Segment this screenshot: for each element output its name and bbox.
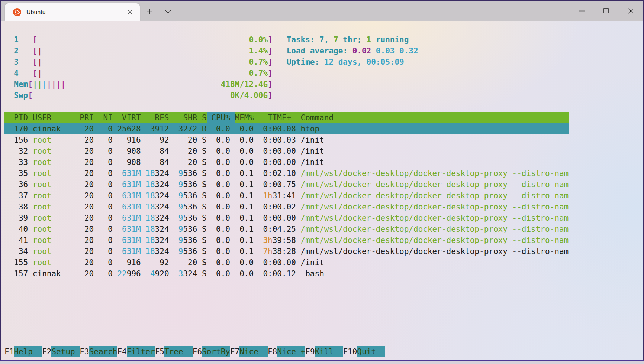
- process-row-pid-36[interactable]: 36 root 20 0 631M 18324 9536 S 0.0 0.1 0…: [4, 179, 643, 190]
- text-segment: root: [33, 146, 52, 157]
- text-segment: root: [33, 212, 52, 224]
- process-row-pid-41[interactable]: 41 root 20 0 631M 18324 9536 S 0.0 0.1 3…: [4, 235, 643, 246]
- text-segment: F5: [155, 346, 164, 357]
- text-segment: 9: [178, 168, 183, 179]
- chevron-down-icon: [165, 10, 171, 13]
- text-segment: 324: [155, 190, 178, 201]
- process-row-pid-33[interactable]: 33 root 20 0 908 84 20 S 0.0 0.0 0:00.00…: [4, 157, 643, 168]
- text-segment: 324: [155, 235, 178, 246]
- text-segment: root: [33, 257, 52, 268]
- process-row-pid-155[interactable]: 155 root 20 0 916 92 20 S 0.0 0.0 0:00.0…: [4, 257, 643, 268]
- text-segment: 324: [155, 224, 178, 235]
- text-segment: 39:58: [273, 235, 301, 246]
- meter-cpu-1: 1 [ 0.0%] Tasks: 7, 7 thr; 1 running: [4, 34, 643, 45]
- text-segment: 20 0: [51, 168, 117, 179]
- tab-close-icon[interactable]: [124, 7, 135, 18]
- title-bar: Ubuntu: [1, 1, 643, 21]
- text-segment: 536 S 0.0 0.1 0:00.02: [183, 201, 300, 212]
- text-segment: 36: [4, 179, 33, 190]
- text-segment: 9: [178, 224, 183, 235]
- fkey-label[interactable]: Help: [14, 346, 42, 357]
- meter-cpu-4: 4 [| 0.7%]: [4, 68, 643, 79]
- text-segment: F8: [268, 346, 277, 357]
- text-segment: 536 S 0.0 0.1: [183, 190, 258, 201]
- process-row-pid-34[interactable]: 34 root 20 0 631M 18324 9536 S 0.0 0.1 7…: [4, 246, 643, 257]
- text-segment: 20 0: [51, 235, 117, 246]
- text-segment: 1.4%: [42, 45, 268, 56]
- text-segment: 20 0: [51, 201, 117, 212]
- fkey-label[interactable]: Setup: [51, 346, 80, 357]
- text-segment: 3h: [258, 235, 273, 246]
- text-segment: ||||: [47, 79, 66, 90]
- text-segment: |: [38, 56, 42, 68]
- text-segment: 38:28 /mnt/wsl/docker-desktop/docker-des…: [273, 246, 569, 257]
- fkey-label[interactable]: Quit: [357, 346, 385, 357]
- terminal-blank-line: [4, 313, 643, 324]
- fkey-label[interactable]: Nice +: [277, 346, 305, 357]
- text-segment: ]: [268, 34, 273, 45]
- terminal-blank-line: [4, 279, 643, 290]
- tab-dropdown-button[interactable]: [162, 5, 174, 18]
- process-row-pid-38[interactable]: 38 root 20 0 631M 18324 9536 S 0.0 0.1 0…: [4, 201, 643, 212]
- text-segment: |: [42, 79, 47, 90]
- text-segment: |: [38, 45, 42, 56]
- text-segment: Swp: [4, 90, 28, 101]
- text-segment: 9: [178, 190, 183, 201]
- process-row-pid-37[interactable]: 37 root 20 0 631M 18324 9536 S 0.0 0.1 1…: [4, 190, 643, 201]
- text-segment: root: [33, 224, 52, 235]
- meter-memory: Mem[||||||| 418M/12.4G]: [4, 79, 643, 90]
- process-row-pid-156[interactable]: 156 root 20 0 916 92 20 S 0.0 0.0 0:00.0…: [4, 134, 643, 146]
- text-segment: |: [38, 68, 42, 79]
- fkey-label[interactable]: Kill: [315, 346, 343, 357]
- process-row-pid-35[interactable]: 35 root 20 0 631M 18324 9536 S 0.0 0.1 0…: [4, 168, 643, 179]
- terminal-blank-line: [4, 324, 643, 335]
- new-tab-button[interactable]: [143, 5, 156, 18]
- text-segment: 631M 18: [117, 201, 155, 212]
- window-close-button[interactable]: [618, 1, 643, 21]
- text-segment: 324: [155, 212, 178, 224]
- process-table-header[interactable]: PID USER PRI NI VIRT RES SHR S CPU% MEM%…: [4, 112, 569, 123]
- process-row-pid-39[interactable]: 39 root 20 0 631M 18324 9536 S 0.0 0.1 0…: [4, 212, 643, 224]
- process-row-pid-157[interactable]: 157 cinnak 20 0 22996 4920 3324 S 0.0 0.…: [4, 268, 643, 279]
- plus-icon: [147, 9, 152, 14]
- fkey-label[interactable]: SortBy: [202, 346, 230, 357]
- text-segment: Mem: [4, 79, 28, 90]
- text-segment: 324: [155, 168, 178, 179]
- text-segment: /mnt/wsl/docker-desktop/docker-desktop-p…: [301, 168, 569, 179]
- text-segment: 20 0 908 84 20 S 0.0 0.0 0:00.00 /init: [51, 157, 324, 168]
- process-row-pid-170-selected[interactable]: 170 cinnak 20 0 25628 3912 3272 R 0.0 0.…: [4, 123, 569, 134]
- text-segment: 31:41: [273, 190, 301, 201]
- text-segment: 4: [4, 68, 33, 79]
- minimize-button[interactable]: [569, 1, 594, 21]
- process-row-pid-40[interactable]: 40 root 20 0 631M 18324 9536 S 0.0 0.1 0…: [4, 224, 643, 235]
- text-segment: F10: [343, 346, 357, 357]
- process-row-pid-32[interactable]: 32 root 20 0 908 84 20 S 0.0 0.0 0:00.00…: [4, 146, 643, 157]
- terminal-blank-line: [4, 335, 643, 346]
- terminal-screen[interactable]: 1 [ 0.0%] Tasks: 7, 7 thr; 1 running 2 […: [1, 21, 643, 360]
- text-segment: root: [33, 235, 52, 246]
- text-segment: 22: [117, 268, 126, 279]
- tab-ubuntu[interactable]: Ubuntu: [5, 3, 140, 21]
- fkey-label[interactable]: Filter: [127, 346, 155, 357]
- text-segment: F1: [4, 346, 14, 357]
- text-segment: ||: [33, 79, 42, 90]
- text-segment[interactable]: CPU%: [207, 112, 235, 123]
- maximize-icon: [603, 8, 609, 13]
- text-segment: 9: [178, 235, 183, 246]
- text-segment: 536 S 0.0 0.1 0:00.75: [183, 179, 300, 190]
- text-segment: 20 0: [51, 179, 117, 190]
- text-segment: 418M/12.4G: [65, 79, 268, 90]
- text-segment: 631M 18: [117, 246, 155, 257]
- maximize-button[interactable]: [594, 1, 618, 21]
- fkey-label[interactable]: Tree: [164, 346, 193, 357]
- text-segment: thr;: [338, 34, 367, 45]
- text-segment: /mnt/wsl/docker-desktop/docker-desktop-p…: [301, 212, 569, 224]
- function-key-bar[interactable]: F1Help F2Setup F3SearchF4FilterF5Tree F6…: [4, 346, 643, 357]
- text-segment: 536 S 0.0 0.1: [183, 235, 258, 246]
- fkey-label[interactable]: Nice -: [239, 346, 268, 357]
- text-segment: 324: [155, 179, 178, 190]
- text-segment: 324: [155, 246, 178, 257]
- fkey-label[interactable]: Search: [89, 346, 117, 357]
- text-segment: 35: [4, 168, 33, 179]
- text-segment: 0.7%: [42, 56, 268, 68]
